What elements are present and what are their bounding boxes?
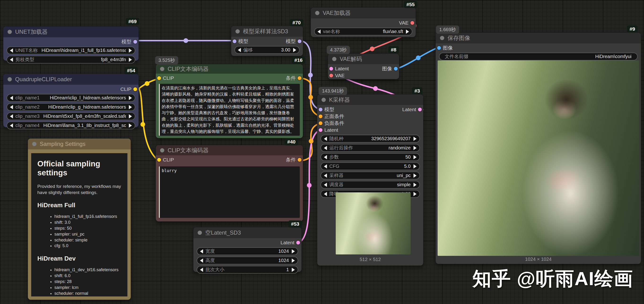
- positive-conditioning-input-port[interactable]: [319, 115, 322, 118]
- increment-arrow-icon[interactable]: [414, 137, 416, 141]
- increment-arrow-icon[interactable]: [414, 183, 416, 187]
- decrement-arrow-icon[interactable]: [238, 48, 241, 52]
- decrement-arrow-icon[interactable]: [324, 183, 327, 187]
- node-titlebar[interactable]: VAE加载器: [311, 7, 416, 18]
- collapse-dot-icon[interactable]: [332, 57, 336, 61]
- widget-shift[interactable]: 偏移 3.00: [234, 46, 300, 54]
- collapse-dot-icon[interactable]: [440, 36, 444, 40]
- increment-arrow-icon[interactable]: [129, 105, 132, 109]
- widget-clip-name4[interactable]: clip_name4 HiDream\llama_3.1_8b_instruct…: [6, 122, 135, 129]
- node-titlebar[interactable]: QuadrupleCLIPLoader: [3, 74, 138, 85]
- node-titlebar[interactable]: CLIP文本编码器: [156, 145, 303, 155]
- node-graph-canvas[interactable]: #69 #54 #70 #16 #40 #53 #55 #8 #3 #9 3.5…: [0, 0, 644, 304]
- increment-arrow-icon[interactable]: [414, 192, 416, 196]
- widget-scheduler[interactable]: 调度器 simple: [320, 181, 420, 189]
- increment-arrow-icon[interactable]: [129, 96, 132, 100]
- node-titlebar[interactable]: Sampling Settings: [28, 139, 131, 150]
- decrement-arrow-icon[interactable]: [324, 155, 327, 159]
- decrement-arrow-icon[interactable]: [10, 114, 13, 119]
- widget-vae-name[interactable]: vae名称 flux\ae.sft: [314, 28, 412, 35]
- positive-prompt-textarea[interactable]: 在清晨的江南水乡，清新的晨光洒在一位古典美女的身上，呈现出真实、清晰的摄影风格。…: [159, 84, 300, 136]
- increment-arrow-icon[interactable]: [406, 29, 409, 34]
- node-vae-decode[interactable]: VAE解码 Latent 图像 VAE: [328, 54, 399, 79]
- widget-cfg[interactable]: CFG 5.0: [320, 162, 420, 170]
- increment-arrow-icon[interactable]: [129, 58, 132, 62]
- decrement-arrow-icon[interactable]: [324, 173, 327, 178]
- node-save-image[interactable]: 保存图像 图像 文件名前缀 HiDream\comfyui 1024 × 102…: [436, 32, 641, 264]
- widget-height[interactable]: 高度 1024: [197, 257, 298, 264]
- collapse-dot-icon[interactable]: [8, 30, 12, 34]
- widget-filename-prefix[interactable]: 文件名前缀 HiDream\comfyui: [439, 53, 638, 60]
- node-titlebar[interactable]: 模型采样算法SD3: [231, 26, 303, 37]
- widget-width[interactable]: 宽度 1024: [197, 247, 298, 255]
- decrement-arrow-icon[interactable]: [324, 192, 327, 196]
- decrement-arrow-icon[interactable]: [324, 146, 327, 150]
- decrement-arrow-icon[interactable]: [318, 29, 320, 34]
- collapse-dot-icon[interactable]: [8, 77, 12, 81]
- increment-arrow-icon[interactable]: [129, 124, 132, 128]
- decrement-arrow-icon[interactable]: [10, 58, 13, 62]
- node-empty-latent-sd3[interactable]: 空Latent_SD3 Latent 宽度 1024 高度 1024 批次大小 …: [194, 227, 302, 272]
- collapse-dot-icon[interactable]: [198, 231, 202, 235]
- latent-output-port[interactable]: [296, 241, 300, 245]
- node-titlebar[interactable]: K采样器: [317, 94, 423, 105]
- conditioning-output-port[interactable]: [298, 158, 302, 162]
- collapse-dot-icon[interactable]: [236, 29, 240, 33]
- latent-output-port[interactable]: [418, 108, 422, 111]
- collapse-dot-icon[interactable]: [315, 11, 320, 15]
- node-clip-text-encode-negative[interactable]: CLIP文本编码器 CLIP 条件 blurry: [156, 145, 303, 221]
- clip-input-port[interactable]: [157, 76, 161, 80]
- decrement-arrow-icon[interactable]: [10, 124, 13, 128]
- increment-arrow-icon[interactable]: [292, 249, 295, 254]
- decrement-arrow-icon[interactable]: [200, 249, 203, 254]
- clip-output-port[interactable]: [133, 87, 137, 91]
- node-sampling-settings-note[interactable]: Sampling Settings Official sampling sett…: [28, 139, 131, 300]
- latent-input-port[interactable]: [329, 67, 333, 71]
- widget-seed[interactable]: 随机种 329652369649207: [320, 135, 420, 143]
- conditioning-output-port[interactable]: [298, 76, 302, 80]
- widget-control-after-generate[interactable]: 运行后操作 randomize: [320, 144, 420, 152]
- increment-arrow-icon[interactable]: [292, 258, 295, 263]
- decrement-arrow-icon[interactable]: [10, 105, 13, 109]
- model-output-port[interactable]: [133, 40, 137, 44]
- node-titlebar[interactable]: CLIP文本编码器: [156, 64, 303, 74]
- increment-arrow-icon[interactable]: [414, 155, 416, 159]
- vae-output-port[interactable]: [410, 21, 414, 25]
- increment-arrow-icon[interactable]: [129, 48, 132, 53]
- increment-arrow-icon[interactable]: [129, 114, 132, 119]
- widget-weight-dtype[interactable]: 剪枝类型 fp8_e4m3fn: [6, 56, 135, 63]
- collapse-dot-icon[interactable]: [32, 142, 36, 146]
- decrement-arrow-icon[interactable]: [324, 137, 327, 141]
- node-titlebar[interactable]: VAE解码: [328, 54, 399, 64]
- node-titlebar[interactable]: UNET加载器: [3, 26, 138, 37]
- decrement-arrow-icon[interactable]: [10, 96, 13, 100]
- vae-input-port[interactable]: [329, 74, 333, 77]
- decrement-arrow-icon[interactable]: [200, 258, 203, 263]
- image-input-port[interactable]: [437, 46, 441, 50]
- collapse-dot-icon[interactable]: [160, 148, 164, 152]
- model-input-port[interactable]: [319, 108, 322, 111]
- widget-clip-name2[interactable]: clip_name2 HiDream\clip_g_hidream.safete…: [6, 103, 135, 111]
- decrement-arrow-icon[interactable]: [10, 48, 13, 53]
- widget-clip-name3[interactable]: clip_name3 HiDream\t5xxl_fp8_e4m3fn_scal…: [6, 112, 135, 120]
- widget-steps[interactable]: 步数 50: [320, 153, 420, 161]
- node-clip-text-encode-positive[interactable]: CLIP文本编码器 CLIP 条件 在清晨的江南水乡，清新的晨光洒在一位古典美女…: [156, 64, 303, 138]
- increment-arrow-icon[interactable]: [292, 268, 295, 272]
- collapse-dot-icon[interactable]: [322, 98, 326, 102]
- negative-prompt-textarea[interactable]: blurry: [159, 166, 300, 218]
- model-input-port[interactable]: [233, 39, 236, 43]
- node-titlebar[interactable]: 空Latent_SD3: [194, 227, 302, 238]
- increment-arrow-icon[interactable]: [293, 48, 296, 52]
- increment-arrow-icon[interactable]: [414, 146, 416, 150]
- node-titlebar[interactable]: 保存图像: [436, 32, 641, 43]
- widget-unet-name[interactable]: UNET名称 HiDream\hidream_i1_full_fp16.safe…: [6, 46, 135, 54]
- latent-input-port[interactable]: [319, 128, 322, 132]
- negative-conditioning-input-port[interactable]: [319, 121, 322, 125]
- image-output-port[interactable]: [394, 67, 398, 71]
- widget-clip-name1[interactable]: clip_name1 HiDream\clip_l_hidream.safete…: [6, 94, 135, 102]
- node-model-sampling-sd3[interactable]: 模型采样算法SD3 模型 模型 偏移 3.00: [231, 26, 303, 56]
- widget-sampler-name[interactable]: 采样器 uni_pc: [320, 171, 420, 179]
- increment-arrow-icon[interactable]: [414, 164, 416, 168]
- increment-arrow-icon[interactable]: [414, 173, 416, 178]
- node-ksampler[interactable]: K采样器 模型 Latent 正面条件 负面条件 Latent 随机种 3296…: [317, 94, 423, 266]
